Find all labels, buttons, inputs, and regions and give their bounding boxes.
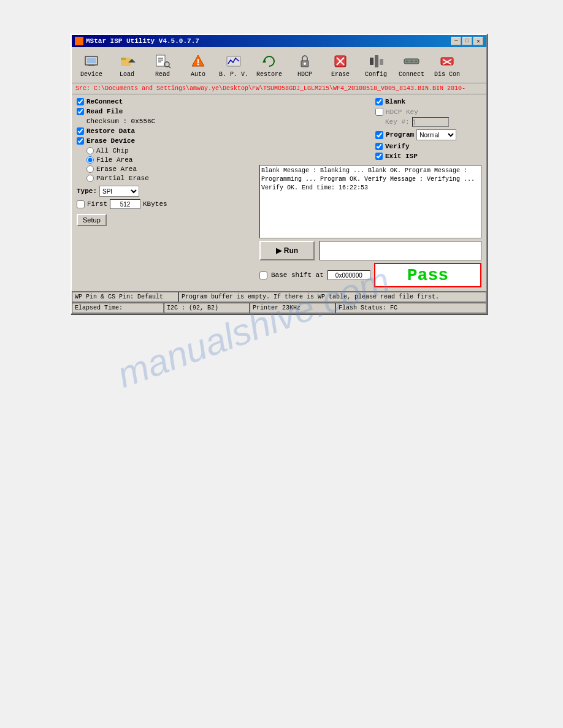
hdcp-button[interactable]: HDCP xyxy=(288,49,322,81)
reconnect-row: ReConnect xyxy=(77,98,255,105)
svg-rect-4 xyxy=(121,58,126,60)
bpv-label: B. P. V. xyxy=(219,71,248,78)
pass-text: Pass xyxy=(407,266,448,285)
partial-erase-label: Partial Erase xyxy=(96,175,149,182)
minimize-button[interactable]: ─ xyxy=(451,37,461,45)
blank-row: Blank xyxy=(375,98,481,105)
source-text: Src: C:\Documents and Settings\amway.ye\… xyxy=(75,85,465,92)
base-shift-checkbox[interactable] xyxy=(259,271,267,279)
main-window: MStar ISP Utility V4.5.0.7.7 ─ □ ✕ Devic… xyxy=(71,34,488,314)
first-label: First xyxy=(87,200,107,208)
program-row: Program Normal Fast xyxy=(375,129,481,140)
status-elapsed: Elapsed Time: xyxy=(72,303,164,313)
pass-box: Pass xyxy=(374,263,481,287)
checksum-row: Checksum : 0x556C xyxy=(86,118,255,125)
base-shift-label: Base shift at xyxy=(271,271,324,279)
app-icon xyxy=(75,37,83,45)
window-title: MStar ISP Utility V4.5.0.7.7 xyxy=(86,37,199,45)
right-panel: Blank HDCP Key Key #: Program xyxy=(259,98,481,287)
kbytes-label: KBytes xyxy=(143,200,167,208)
hdcp-label: HDCP xyxy=(297,71,312,78)
connect-label: Connect xyxy=(399,71,424,78)
connect-button[interactable]: Connect xyxy=(394,49,429,81)
load-button[interactable]: Load xyxy=(110,49,144,81)
file-area-label: File Area xyxy=(96,156,132,164)
discon-icon xyxy=(439,53,456,70)
partial-erase-radio[interactable] xyxy=(86,175,94,182)
restore-data-label: Restore Data xyxy=(86,127,135,135)
reconnect-checkbox[interactable] xyxy=(77,98,84,105)
device-icon xyxy=(83,53,100,70)
run-label: Run xyxy=(284,246,298,255)
verify-label: Verify xyxy=(385,143,410,150)
svg-rect-2 xyxy=(88,65,94,66)
svg-rect-1 xyxy=(87,58,96,63)
erase-options: All Chip File Area Erase Area Partial Er… xyxy=(86,147,255,182)
progress-bar xyxy=(320,241,481,260)
checksum-text: Checksum : 0x556C xyxy=(86,118,155,125)
blank-checkbox[interactable] xyxy=(375,98,383,105)
svg-rect-28 xyxy=(415,61,417,62)
status-printer: Printer 23KHz xyxy=(250,303,335,313)
erase-device-checkbox[interactable] xyxy=(77,137,84,145)
status-flash: Flash Status: FC xyxy=(335,303,486,313)
file-area-row: File Area xyxy=(86,156,255,164)
config-icon xyxy=(367,53,385,70)
key-input[interactable] xyxy=(412,117,449,127)
bpv-button[interactable]: B. P. V. xyxy=(216,49,251,81)
discon-button[interactable]: Dis Con xyxy=(430,49,464,81)
hdcp-key-checkbox[interactable] xyxy=(375,108,383,116)
restore-data-checkbox[interactable] xyxy=(77,127,84,135)
program-select[interactable]: Normal Fast xyxy=(416,129,456,140)
col-left xyxy=(259,98,366,162)
erase-button[interactable]: Erase xyxy=(323,49,358,81)
read-button[interactable]: Read xyxy=(145,49,180,81)
erase-area-radio[interactable] xyxy=(86,165,94,173)
key-row: Key #: xyxy=(385,117,481,127)
first-row: First KBytes xyxy=(77,199,255,209)
svg-line-11 xyxy=(169,66,170,68)
base-shift-input[interactable] xyxy=(327,270,370,280)
auto-button[interactable]: Auto xyxy=(181,49,215,81)
all-chip-label: All Chip xyxy=(96,147,129,154)
exit-isp-checkbox[interactable] xyxy=(375,153,383,160)
svg-rect-26 xyxy=(406,61,408,62)
status-wp-pin: WP Pin & CS Pin: Default xyxy=(72,292,178,302)
title-bar-left: MStar ISP Utility V4.5.0.7.7 xyxy=(75,37,199,45)
restore-data-row: Restore Data xyxy=(77,127,255,135)
left-panel: ReConnect Read File Checksum : 0x556C Re… xyxy=(77,98,255,287)
file-area-radio[interactable] xyxy=(86,156,94,164)
erase-area-row: Erase Area xyxy=(86,165,255,173)
program-checkbox[interactable] xyxy=(375,131,383,139)
setup-button[interactable]: Setup xyxy=(77,214,107,226)
verify-row: Verify xyxy=(375,143,481,150)
status-program-buffer: Program buffer is empty. If there is WP … xyxy=(178,292,486,302)
load-icon xyxy=(118,53,136,70)
config-button[interactable]: Config xyxy=(359,49,393,81)
svg-point-18 xyxy=(304,63,306,65)
run-bottom: Base shift at Pass xyxy=(259,263,481,287)
load-label: Load xyxy=(120,71,134,78)
all-chip-radio[interactable] xyxy=(86,147,94,154)
verify-checkbox[interactable] xyxy=(375,143,383,150)
auto-label: Auto xyxy=(191,71,205,78)
connect-icon xyxy=(403,53,420,70)
first-input[interactable] xyxy=(110,199,140,209)
read-file-checkbox[interactable] xyxy=(77,108,84,115)
device-button[interactable]: Device xyxy=(74,49,109,81)
log-area: Blank Message : Blanking ... Blank OK. P… xyxy=(259,165,481,238)
status-i2c: I2C : (92, B2) xyxy=(164,303,250,313)
first-checkbox[interactable] xyxy=(77,200,85,208)
restore-button[interactable]: Restore xyxy=(252,49,286,81)
maximize-button[interactable]: □ xyxy=(462,37,472,45)
run-area: ▶ Run Base shift at Pass xyxy=(259,241,481,287)
run-button[interactable]: ▶ Run xyxy=(259,241,315,260)
erase-icon xyxy=(332,53,349,70)
discon-label: Dis Con xyxy=(434,71,460,78)
close-button[interactable]: ✕ xyxy=(473,37,483,45)
erase-device-label: Erase Device xyxy=(86,137,135,145)
key-label: Key #: xyxy=(385,118,410,126)
type-select[interactable]: SPI I2C UART xyxy=(99,186,139,197)
blank-label: Blank xyxy=(385,98,405,105)
svg-point-14 xyxy=(197,63,199,65)
